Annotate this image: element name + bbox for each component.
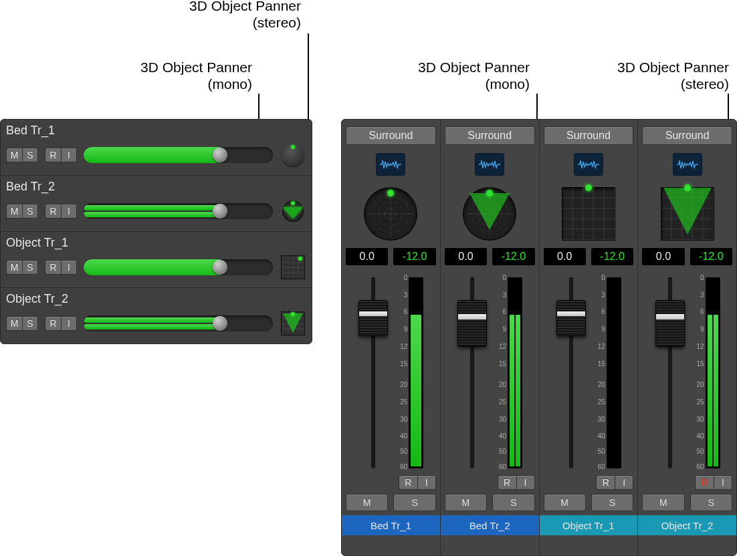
track-name: Object Tr_1 <box>6 236 306 250</box>
pan-control[interactable] <box>280 142 306 168</box>
mute-button[interactable]: M <box>642 494 684 511</box>
i-button[interactable]: I <box>61 260 77 275</box>
record-enable-button[interactable]: R <box>399 475 417 490</box>
pan-control[interactable] <box>562 188 615 240</box>
i-button[interactable]: I <box>61 204 77 219</box>
record-enable-button[interactable]: R <box>695 475 714 490</box>
volume-fader[interactable] <box>358 277 389 468</box>
volume-slider[interactable] <box>84 259 273 275</box>
s-button[interactable]: S <box>22 316 38 331</box>
solo-button[interactable]: S <box>591 494 633 511</box>
input-monitor-button[interactable]: I <box>516 475 535 490</box>
track-row[interactable]: Bed Tr_1MSRI <box>1 120 312 175</box>
mute-button[interactable]: M <box>544 494 586 511</box>
callout-label: 3D Object Panner (mono) <box>0 59 252 92</box>
m-button[interactable]: M <box>6 148 22 162</box>
volume-fader[interactable] <box>556 277 587 468</box>
channel-name[interactable]: Object Tr_1 <box>540 515 638 535</box>
gain-readout[interactable]: -12.0 <box>591 248 633 265</box>
track-row[interactable]: Object Tr_2MSRI <box>1 287 312 343</box>
pan-control[interactable] <box>364 188 417 240</box>
r-button[interactable]: R <box>45 316 61 331</box>
m-button[interactable]: M <box>6 260 22 275</box>
s-button[interactable]: S <box>22 148 38 162</box>
track-name: Object Tr_2 <box>6 292 306 306</box>
pan-control[interactable] <box>661 188 714 240</box>
s-button[interactable]: S <box>22 260 38 275</box>
gain-readout[interactable]: -12.0 <box>393 248 435 265</box>
pan-readout[interactable]: 0.0 <box>642 248 684 265</box>
track-name: Bed Tr_1 <box>6 124 306 138</box>
level-meter <box>409 277 423 468</box>
input-monitor-button[interactable]: I <box>417 475 436 490</box>
pan-control[interactable] <box>463 188 516 240</box>
volume-fader[interactable] <box>655 277 686 468</box>
r-button[interactable]: R <box>45 204 61 219</box>
m-button[interactable]: M <box>6 316 22 331</box>
solo-button[interactable]: S <box>393 494 435 511</box>
level-meter <box>508 277 522 468</box>
pan-control[interactable] <box>280 310 306 337</box>
channel-strip: Surround0.0-12.003691215202530405060RIMS… <box>342 120 440 555</box>
output-selector[interactable]: Surround <box>445 126 535 145</box>
record-enable-button[interactable]: R <box>596 475 615 490</box>
waveform-icon[interactable] <box>673 153 702 176</box>
channel-strip: Surround0.0-12.003691215202530405060RIMS… <box>637 120 736 555</box>
volume-slider[interactable] <box>84 147 273 163</box>
waveform-icon[interactable] <box>475 153 504 176</box>
input-monitor-button[interactable]: I <box>615 475 633 490</box>
output-selector[interactable]: Surround <box>544 126 634 145</box>
r-button[interactable]: R <box>45 148 61 162</box>
mute-button[interactable]: M <box>445 494 487 511</box>
pan-readout[interactable]: 0.0 <box>346 248 388 265</box>
pan-readout[interactable]: 0.0 <box>445 248 487 265</box>
track-header-panel: Bed Tr_1MSRIBed Tr_2MSRIObject Tr_1MSRIO… <box>0 119 312 344</box>
db-scale: 03691215202530405060 <box>588 277 605 468</box>
input-monitor-button[interactable]: I <box>714 475 732 490</box>
callout-label: 3D Object Panner (mono) <box>342 59 530 92</box>
mixer-panel: Surround0.0-12.003691215202530405060RIMS… <box>341 119 737 556</box>
r-button[interactable]: R <box>45 260 61 275</box>
db-scale: 03691215202530405060 <box>687 277 704 468</box>
i-button[interactable]: I <box>61 316 77 331</box>
track-row[interactable]: Object Tr_1MSRI <box>1 231 312 287</box>
output-selector[interactable]: Surround <box>346 126 436 145</box>
mute-button[interactable]: M <box>346 494 388 511</box>
callout-label: 3D Object Panner (stereo) <box>0 0 301 31</box>
channel-name[interactable]: Object Tr_2 <box>638 515 736 535</box>
volume-slider[interactable] <box>84 203 273 219</box>
pan-control[interactable] <box>280 254 306 281</box>
db-scale: 03691215202530405060 <box>489 277 506 468</box>
channel-name[interactable]: Bed Tr_2 <box>441 515 539 535</box>
db-scale: 03691215202530405060 <box>390 277 407 468</box>
s-button[interactable]: S <box>22 204 38 219</box>
volume-fader[interactable] <box>457 277 488 468</box>
channel-strip: Surround0.0-12.003691215202530405060RIMS… <box>539 120 638 555</box>
gain-readout[interactable]: -12.0 <box>690 248 732 265</box>
level-meter <box>607 277 621 468</box>
solo-button[interactable]: S <box>690 494 732 511</box>
pan-control[interactable] <box>280 198 306 225</box>
level-meter <box>706 277 720 468</box>
i-button[interactable]: I <box>61 148 77 162</box>
waveform-icon[interactable] <box>376 153 405 176</box>
track-row[interactable]: Bed Tr_2MSRI <box>1 175 312 231</box>
output-selector[interactable]: Surround <box>642 126 732 145</box>
track-name: Bed Tr_2 <box>6 180 306 194</box>
record-enable-button[interactable]: R <box>498 475 516 490</box>
channel-strip: Surround0.0-12.003691215202530405060RIMS… <box>440 120 539 555</box>
m-button[interactable]: M <box>6 204 22 219</box>
pan-readout[interactable]: 0.0 <box>544 248 586 265</box>
gain-readout[interactable]: -12.0 <box>492 248 534 265</box>
solo-button[interactable]: S <box>492 494 534 511</box>
waveform-icon[interactable] <box>574 153 603 176</box>
callout-label: 3D Object Panner (stereo) <box>528 59 729 92</box>
channel-name[interactable]: Bed Tr_1 <box>342 515 440 535</box>
volume-slider[interactable] <box>84 315 273 331</box>
